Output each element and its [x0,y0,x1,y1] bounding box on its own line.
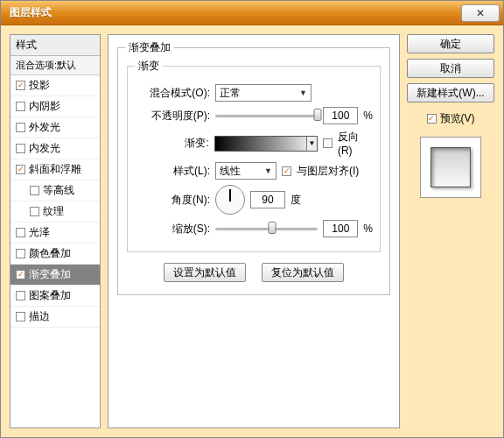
sidebar-item-checkbox[interactable] [16,228,25,237]
angle-dial[interactable] [215,185,245,215]
sidebar-item-checkbox[interactable] [30,186,39,195]
main-panel: 渐变叠加 渐变 混合模式(O): 正常 ▼ 不透明度(P): [108,34,400,428]
scale-thumb[interactable] [268,222,276,234]
dialog-body: 样式 混合选项:默认 投影内阴影外发光内发光斜面和浮雕等高线纹理光泽颜色叠加渐变… [1,25,503,437]
sidebar-item-label: 外发光 [29,120,60,135]
sidebar-item-4[interactable]: 斜面和浮雕 [10,159,100,180]
chevron-down-icon: ▼ [299,88,307,97]
opacity-input[interactable] [323,107,358,124]
preview-checkbox[interactable] [427,114,437,124]
sidebar-item-label: 内发光 [29,141,60,156]
sidebar-item-checkbox[interactable] [16,144,25,153]
new-style-button[interactable]: 新建样式(W)... [407,83,494,102]
align-checkbox[interactable] [282,166,291,176]
sidebar-item-checkbox[interactable] [16,312,25,321]
gradient-group: 渐变 混合模式(O): 正常 ▼ 不透明度(P): [127,66,381,252]
sidebar-item-6[interactable]: 纹理 [10,201,100,223]
angle-unit: 度 [290,193,301,208]
scale-label: 缩放(S): [135,222,210,237]
sidebar-item-8[interactable]: 颜色叠加 [10,244,100,265]
sidebar-item-checkbox[interactable] [16,81,25,90]
cancel-button[interactable]: 取消 [407,59,494,78]
blend-mode-select[interactable]: 正常 ▼ [215,84,312,102]
close-button[interactable]: ✕ [461,4,500,22]
restore-default-button[interactable]: 复位为默认值 [262,263,344,282]
sidebar-item-label: 描边 [29,309,50,324]
styles-sidebar: 样式 混合选项:默认 投影内阴影外发光内发光斜面和浮雕等高线纹理光泽颜色叠加渐变… [10,34,101,428]
angle-hand [229,189,231,201]
style-value: 线性 [220,164,241,179]
blend-mode-label: 混合模式(O): [135,86,210,101]
angle-row: 角度(N): 度 [135,185,373,215]
sidebar-item-label: 光泽 [29,225,50,240]
opacity-thumb[interactable] [314,109,322,121]
scale-input[interactable] [323,220,358,237]
sidebar-item-checkbox[interactable] [30,207,39,216]
sidebar-item-10[interactable]: 图案叠加 [10,286,100,307]
preview-label: 预览(V) [440,111,475,126]
sidebar-item-label: 颜色叠加 [29,246,71,261]
sidebar-header[interactable]: 样式 [10,35,100,56]
sidebar-item-checkbox[interactable] [16,165,25,174]
sidebar-item-0[interactable]: 投影 [10,75,100,96]
blend-mode-value: 正常 [220,86,241,101]
gradient-picker[interactable]: ▼ [214,136,318,152]
sidebar-item-label: 渐变叠加 [29,267,71,282]
window-title: 图层样式 [4,5,52,20]
sidebar-item-5[interactable]: 等高线 [10,180,100,201]
sidebar-item-7[interactable]: 光泽 [10,223,100,244]
section-title: 渐变叠加 [125,40,174,55]
angle-label: 角度(N): [135,193,210,208]
sidebar-item-label: 图案叠加 [29,288,71,303]
scale-unit: % [363,223,373,235]
sidebar-item-9[interactable]: 渐变叠加 [10,265,100,286]
gradient-label: 渐变: [135,136,209,151]
sidebar-item-1[interactable]: 内阴影 [10,96,100,117]
sidebar-item-3[interactable]: 内发光 [10,138,100,159]
group-title: 渐变 [135,59,163,74]
sidebar-item-11[interactable]: 描边 [10,307,100,328]
layer-style-dialog: 图层样式 ✕ 样式 混合选项:默认 投影内阴影外发光内发光斜面和浮雕等高线纹理光… [0,0,504,438]
opacity-unit: % [363,110,373,122]
scale-slider[interactable] [215,221,318,237]
section-fieldset: 渐变叠加 渐变 混合模式(O): 正常 ▼ 不透明度(P): [117,47,390,295]
opacity-label: 不透明度(P): [135,109,210,124]
sidebar-item-label: 纹理 [43,204,64,219]
opacity-row: 不透明度(P): % [135,107,373,124]
opacity-slider[interactable] [215,108,318,124]
angle-input[interactable] [250,191,285,208]
scale-row: 缩放(S): % [135,220,373,237]
preview-box [420,137,481,198]
chevron-down-icon: ▼ [264,166,272,175]
right-column: 确定 取消 新建样式(W)... 预览(V) [407,34,494,428]
sidebar-item-checkbox[interactable] [16,102,25,111]
style-row: 样式(L): 线性 ▼ 与图层对齐(I) [135,162,373,180]
sidebar-item-label: 投影 [29,78,50,93]
sidebar-item-checkbox[interactable] [16,249,25,258]
set-default-button[interactable]: 设置为默认值 [164,263,246,282]
titlebar: 图层样式 ✕ [1,1,503,25]
sidebar-item-label: 斜面和浮雕 [29,162,81,177]
sidebar-subheader[interactable]: 混合选项:默认 [10,56,100,75]
sidebar-item-checkbox[interactable] [16,291,25,300]
sidebar-item-checkbox[interactable] [16,270,25,279]
blend-mode-row: 混合模式(O): 正常 ▼ [135,84,373,102]
style-select[interactable]: 线性 ▼ [215,162,276,180]
ok-button[interactable]: 确定 [407,34,494,53]
close-icon: ✕ [476,7,485,19]
sidebar-item-label: 内阴影 [29,99,60,114]
sidebar-item-2[interactable]: 外发光 [10,117,100,138]
gradient-dropdown-icon[interactable]: ▼ [306,137,317,151]
sidebar-item-checkbox[interactable] [16,123,25,132]
sidebar-item-label: 等高线 [43,183,74,198]
align-label: 与图层对齐(I) [297,164,359,179]
reverse-checkbox[interactable] [323,138,332,148]
gradient-row: 渐变: ▼ 反向(R) [135,130,373,157]
reverse-label: 反向(R) [338,130,373,157]
style-label: 样式(L): [135,164,210,179]
preview-swatch [430,147,471,187]
default-buttons-row: 设置为默认值 复位为默认值 [127,263,381,282]
